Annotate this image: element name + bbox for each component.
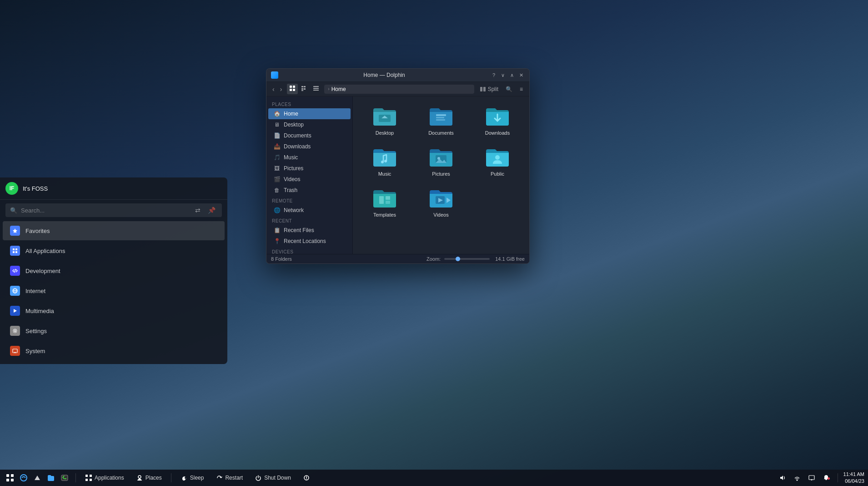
sidebar-item-documents[interactable]: 📄 Documents: [268, 130, 351, 141]
places-label: Places: [146, 475, 162, 481]
all-apps-nav-label: All Applications: [25, 248, 65, 254]
zoom-thumb[interactable]: [456, 257, 460, 261]
taskbar-right: 11:41 AM 06/04/23: [777, 471, 864, 485]
address-bar[interactable]: › Home: [324, 85, 474, 94]
recent-locations-icon: 📍: [274, 238, 280, 244]
places-menu-button[interactable]: Places: [131, 472, 166, 483]
svg-rect-4: [301, 86, 303, 87]
taskbar-extra-button[interactable]: [298, 472, 315, 483]
address-chevron: ›: [328, 86, 329, 91]
notification-dot: [828, 477, 830, 480]
window-help-button[interactable]: ?: [490, 71, 497, 79]
launcher-search-bar: 🔍 ⇄ 📌: [5, 203, 222, 217]
restart-button[interactable]: Restart: [211, 472, 247, 483]
sidebar-item-videos[interactable]: 🎬 Videos: [268, 174, 351, 185]
back-button[interactable]: ‹: [270, 85, 277, 94]
sidebar-item-desktop[interactable]: 🖥 Desktop: [268, 119, 351, 130]
documents-folder-label: Documents: [428, 130, 454, 136]
search-options-button[interactable]: ⇄: [193, 206, 202, 215]
search-button[interactable]: 🔍: [503, 85, 515, 94]
launcher-nav-system[interactable]: System: [3, 341, 225, 360]
menu-button[interactable]: ≡: [517, 85, 526, 94]
compact-view-button[interactable]: [299, 84, 310, 94]
taskbar-clock[interactable]: 11:41 AM 06/04/23: [843, 471, 864, 485]
icons-view-button[interactable]: [287, 84, 298, 94]
sidebar-item-pictures[interactable]: 🖼 Pictures: [268, 163, 351, 174]
sleep-button[interactable]: Sleep: [176, 472, 209, 483]
svg-rect-8: [301, 90, 303, 91]
documents-icon: 📄: [274, 132, 280, 139]
folder-music[interactable]: Music: [358, 143, 411, 180]
sidebar-item-downloads[interactable]: 📥 Downloads: [268, 141, 351, 152]
taskbar-app-launcher[interactable]: [4, 471, 16, 484]
sidebar-item-recent-locations[interactable]: 📍 Recent Locations: [268, 236, 351, 247]
search-icon: 🔍: [10, 207, 17, 214]
taskbar-app-1[interactable]: [17, 471, 30, 484]
downloads-folder-label: Downloads: [485, 130, 510, 136]
svg-rect-12: [480, 87, 482, 91]
folder-templates[interactable]: Templates: [358, 184, 411, 221]
zoom-slider[interactable]: [444, 258, 490, 260]
sidebar-videos-label: Videos: [284, 176, 300, 182]
launcher-nav-favorites[interactable]: Favorites: [3, 221, 225, 240]
sidebar-documents-label: Documents: [284, 132, 311, 139]
sidebar-item-trash[interactable]: 🗑 Trash: [268, 185, 351, 196]
display-button[interactable]: [806, 473, 818, 483]
svg-rect-16: [436, 114, 446, 116]
taskbar-app-files[interactable]: [45, 471, 57, 484]
sidebar-downloads-label: Downloads: [284, 143, 311, 150]
folder-public[interactable]: Public: [471, 143, 524, 180]
window-title: Home — Dolphin: [282, 72, 487, 78]
forward-button[interactable]: ›: [278, 85, 285, 94]
launcher-nav-settings[interactable]: Settings: [3, 321, 225, 340]
launcher-nav-multimedia[interactable]: Multimedia: [3, 301, 225, 320]
taskbar-app-terminal[interactable]: [58, 471, 71, 484]
applications-menu-button[interactable]: Applications: [80, 472, 129, 483]
shutdown-button[interactable]: Shut Down: [250, 472, 296, 483]
sidebar-item-network[interactable]: 🌐 Network: [268, 205, 351, 216]
all-apps-nav-icon: [10, 246, 20, 256]
remote-section-label: Remote: [266, 196, 352, 205]
launcher-nav: Favorites All Applications Development: [0, 221, 227, 364]
svg-point-37: [14, 330, 16, 332]
svg-rect-52: [90, 479, 92, 481]
recent-section-label: Recent: [266, 216, 352, 225]
public-folder-icon: [484, 147, 511, 168]
svg-rect-11: [313, 90, 319, 91]
sidebar-item-recent-files[interactable]: 📋 Recent Files: [268, 225, 351, 236]
sidebar-item-music[interactable]: 🎵 Music: [268, 152, 351, 163]
svg-rect-10: [313, 88, 319, 89]
app-launcher: IF It's FOSS 🔍 ⇄ 📌 Favorites All Applica…: [0, 177, 227, 364]
sidebar-music-label: Music: [284, 154, 298, 161]
svg-point-19: [381, 161, 384, 163]
network-icon: 🌐: [274, 207, 280, 213]
window-maximize-button[interactable]: ∧: [508, 71, 516, 79]
detail-view-button[interactable]: [311, 84, 321, 94]
clock-date: 06/04/23: [843, 478, 864, 485]
folder-videos[interactable]: Videos: [415, 184, 467, 221]
window-close-button[interactable]: ✕: [517, 71, 525, 79]
dolphin-window: Home — Dolphin ? ∨ ∧ ✕ ‹ ›: [266, 68, 530, 264]
desktop-folder-icon: [371, 106, 398, 127]
launcher-nav-utilities[interactable]: Utilities: [3, 361, 225, 364]
folder-documents[interactable]: Documents: [415, 102, 467, 139]
launcher-nav-development[interactable]: Development: [3, 261, 225, 280]
launcher-nav-internet[interactable]: Internet: [3, 281, 225, 300]
folder-desktop[interactable]: Desktop: [358, 102, 411, 139]
launcher-nav-all-apps[interactable]: All Applications: [3, 241, 225, 260]
folder-downloads[interactable]: Downloads: [471, 102, 524, 139]
notifications-button[interactable]: [820, 473, 832, 483]
volume-button[interactable]: [777, 473, 788, 483]
dolphin-sidebar: Places 🏠 Home 🖥 Desktop 📄 Documents 📥 Do…: [266, 96, 353, 254]
split-button[interactable]: Split: [477, 85, 501, 94]
videos-folder-icon: [428, 187, 454, 209]
taskbar-app-2[interactable]: [31, 471, 44, 484]
svg-rect-18: [436, 119, 445, 121]
network-status-button[interactable]: [791, 473, 803, 483]
folder-pictures[interactable]: Pictures: [415, 143, 467, 180]
sidebar-item-home[interactable]: 🏠 Home: [268, 108, 351, 119]
search-pin-button[interactable]: 📌: [206, 206, 217, 215]
svg-rect-25: [386, 196, 390, 200]
launcher-search-input[interactable]: [21, 207, 190, 214]
window-minimize-button[interactable]: ∨: [499, 71, 507, 79]
